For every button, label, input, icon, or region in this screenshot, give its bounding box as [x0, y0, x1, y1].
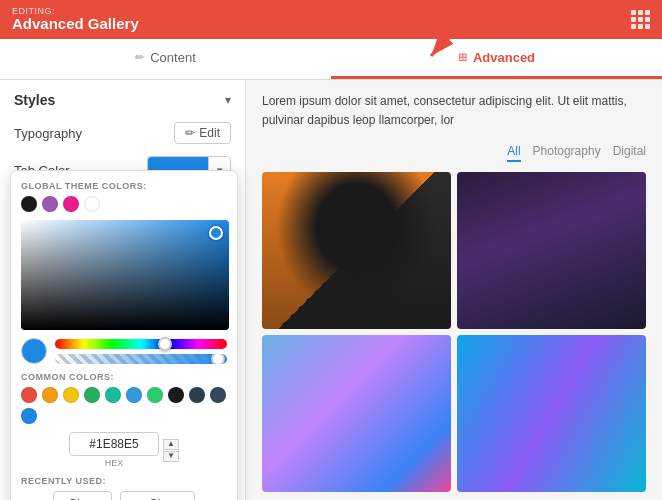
common-dot-green2[interactable] — [147, 387, 163, 403]
hue-thumb — [158, 337, 172, 351]
filter-tab-photography[interactable]: Photography — [533, 142, 601, 162]
editing-label: EDITING: — [12, 6, 139, 16]
common-dot-orange[interactable] — [42, 387, 58, 403]
global-theme-colors — [21, 196, 227, 212]
common-dot-blue2[interactable] — [21, 408, 37, 424]
styles-header: Styles ▾ — [14, 92, 231, 108]
content-icon: ✏ — [135, 51, 144, 64]
picker-actions: Clear ✕ Close — [21, 491, 227, 500]
color-dot-purple[interactable] — [42, 196, 58, 212]
styles-title: Styles — [14, 92, 55, 108]
hex-input-row: HEX ▲ ▼ — [21, 432, 227, 468]
grid-icon[interactable] — [631, 10, 650, 29]
hex-input-wrap: HEX — [69, 432, 159, 468]
sidebar: Styles ▾ Typography ✏ Edit Tab Color ▾ G… — [0, 80, 246, 500]
gallery-item-4[interactable] — [457, 335, 646, 492]
content-text: Lorem ipsum dolor sit amet, consectetur … — [262, 92, 646, 130]
common-dot-green[interactable] — [84, 387, 100, 403]
chevron-down-icon[interactable]: ▾ — [225, 93, 231, 107]
common-dot-dark2[interactable] — [189, 387, 205, 403]
gallery-item-1[interactable] — [262, 172, 451, 329]
common-dot-teal[interactable] — [105, 387, 121, 403]
app-title: Advanced Gallery — [12, 16, 139, 33]
typography-label: Typography — [14, 126, 82, 141]
common-dot-yellow[interactable] — [63, 387, 79, 403]
gallery-grid — [262, 172, 646, 492]
advanced-icon: ⊞ — [458, 51, 467, 64]
common-dot-dark1[interactable] — [168, 387, 184, 403]
gallery-image-4 — [457, 335, 646, 492]
gradient-dark-overlay — [21, 220, 229, 330]
tab-content-label: Content — [150, 50, 196, 65]
common-colors-label: COMMON COLORS: — [21, 372, 227, 382]
edit-btn-label: Edit — [199, 126, 220, 140]
app-header: EDITING: Advanced Gallery — [0, 0, 662, 39]
pencil-icon: ✏ — [185, 126, 195, 140]
global-theme-label: GLOBAL THEME COLORS: — [21, 181, 227, 191]
hex-increment-button[interactable]: ▲ — [163, 439, 179, 450]
opacity-slider[interactable] — [55, 354, 227, 364]
content-area: Lorem ipsum dolor sit amet, consectetur … — [246, 80, 662, 500]
slider-row — [21, 338, 227, 364]
color-picker-popup: GLOBAL THEME COLORS: — [10, 170, 238, 500]
sliders-column — [55, 339, 227, 364]
hex-spinners: ▲ ▼ — [163, 439, 179, 462]
gallery-item-3[interactable] — [262, 335, 451, 492]
color-dot-black[interactable] — [21, 196, 37, 212]
filter-tab-all[interactable]: All — [507, 142, 520, 162]
hex-input[interactable] — [69, 432, 159, 456]
opacity-overlay — [55, 354, 227, 364]
tab-advanced-label: Advanced — [473, 50, 535, 65]
gallery-image-1 — [262, 172, 451, 329]
gradient-picker-canvas[interactable] — [21, 220, 229, 330]
recently-used-label: RECENTLY USED: — [21, 476, 227, 486]
filter-tab-digital[interactable]: Digital — [613, 142, 646, 162]
common-dot-blue[interactable] — [126, 387, 142, 403]
filter-tabs: All Photography Digital — [262, 142, 646, 162]
gallery-item-2[interactable] — [457, 172, 646, 329]
current-color-preview — [21, 338, 47, 364]
tab-bar: ✏ Content ⊞ Advanced — [0, 39, 662, 80]
opacity-thumb — [211, 354, 225, 364]
header-title-group: EDITING: Advanced Gallery — [12, 6, 139, 33]
tab-advanced[interactable]: ⊞ Advanced — [331, 39, 662, 79]
close-button[interactable]: ✕ Close — [120, 491, 195, 500]
typography-edit-button[interactable]: ✏ Edit — [174, 122, 231, 144]
hue-slider[interactable] — [55, 339, 227, 349]
common-dot-dark3[interactable] — [210, 387, 226, 403]
gallery-image-3 — [262, 335, 451, 492]
tab-content[interactable]: ✏ Content — [0, 39, 331, 79]
gallery-image-2 — [457, 172, 646, 329]
common-colors — [21, 387, 227, 424]
color-dot-white[interactable] — [84, 196, 100, 212]
gradient-thumb[interactable] — [209, 226, 223, 240]
hex-decrement-button[interactable]: ▼ — [163, 451, 179, 462]
clear-button[interactable]: Clear — [53, 491, 112, 500]
typography-row: Typography ✏ Edit — [14, 122, 231, 144]
common-dot-red[interactable] — [21, 387, 37, 403]
color-dot-pink[interactable] — [63, 196, 79, 212]
main-layout: Styles ▾ Typography ✏ Edit Tab Color ▾ G… — [0, 80, 662, 500]
hex-label: HEX — [105, 458, 124, 468]
